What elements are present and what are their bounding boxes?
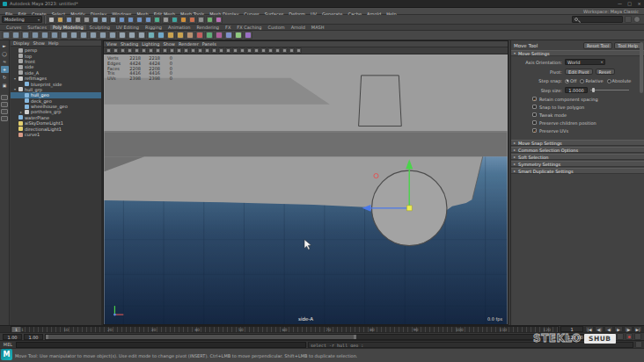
- use-default-material-icon[interactable]: [282, 47, 288, 54]
- current-frame-field[interactable]: 1: [560, 326, 583, 332]
- rotate-tool[interactable]: ↻: [1, 74, 9, 81]
- expand-arrow-icon[interactable]: ▾: [13, 76, 17, 81]
- radio-icon[interactable]: [607, 79, 611, 83]
- scale-tool[interactable]: ▣: [1, 82, 9, 89]
- shelf-tab-fx-caching[interactable]: FX Caching: [234, 25, 264, 30]
- multi-cut-icon[interactable]: [195, 31, 204, 40]
- single-pane-layout[interactable]: [1, 95, 8, 100]
- step-forward-button[interactable]: |▶: [624, 326, 633, 332]
- target-weld-icon[interactable]: [215, 31, 223, 40]
- radio-icon[interactable]: [565, 79, 569, 83]
- resolution-gate-icon[interactable]: [169, 47, 175, 54]
- shelf-tab-arnold[interactable]: Arnold: [289, 25, 308, 30]
- select-tool[interactable]: ►: [1, 42, 9, 49]
- safe-action-icon[interactable]: [190, 47, 196, 54]
- film-gate-icon[interactable]: [162, 47, 168, 54]
- shelf-tab-custom[interactable]: Custom: [265, 25, 287, 30]
- snap-to-point-icon[interactable]: [135, 16, 143, 24]
- deckhouse-shape[interactable]: [359, 76, 402, 127]
- polygon-pipe-icon[interactable]: [99, 31, 107, 40]
- bevel-icon[interactable]: [176, 31, 185, 40]
- shelf-tab-fx[interactable]: FX: [223, 25, 233, 30]
- section-soft-selection[interactable]: ▸Soft Selection: [511, 154, 644, 160]
- xray-mode-icon[interactable]: [289, 47, 295, 54]
- select-by-object-icon[interactable]: [100, 16, 108, 24]
- polygon-prism-icon[interactable]: [89, 31, 98, 40]
- boolean-icon[interactable]: [244, 31, 252, 40]
- shelf-tab-rigging[interactable]: Rigging: [143, 25, 165, 30]
- go-to-start-button[interactable]: |◀: [585, 326, 594, 332]
- section-move-settings[interactable]: ▾ Move Settings: [511, 50, 644, 56]
- expand-arrow-icon[interactable]: ▸: [19, 110, 23, 114]
- lasso-tool[interactable]: ◯: [1, 50, 9, 57]
- viewport-menu-lighting[interactable]: Lighting: [142, 41, 159, 47]
- script-editor-icon[interactable]: [635, 341, 642, 348]
- minimize-button[interactable]: —: [615, 0, 625, 8]
- gate-mask-icon[interactable]: [176, 47, 182, 54]
- outliner-menu-display[interactable]: Display: [13, 40, 29, 46]
- frame-selection-icon[interactable]: [211, 47, 217, 54]
- scene-svg[interactable]: [104, 54, 508, 324]
- viewport-menu-show[interactable]: Show: [163, 41, 175, 47]
- maximize-button[interactable]: □: [625, 0, 634, 8]
- move-tool[interactable]: +: [1, 66, 9, 73]
- super-ellipse-icon[interactable]: [137, 31, 146, 40]
- play-backwards-button[interactable]: ◀: [604, 326, 613, 332]
- bookmark-view-icon[interactable]: [127, 47, 133, 54]
- sweep-mesh-icon[interactable]: [157, 31, 165, 40]
- current-frame-marker[interactable]: 1: [12, 327, 20, 332]
- shelf-tab-sculpting[interactable]: Sculpting: [87, 25, 113, 30]
- new-scene-icon[interactable]: [48, 16, 55, 24]
- reset-pivot-button[interactable]: Reset: [596, 69, 615, 75]
- persp-outliner-layout[interactable]: [1, 109, 8, 114]
- mel-command-input[interactable]: [16, 342, 306, 348]
- playback-end-field[interactable]: 120.00: [566, 334, 585, 340]
- polygon-cone-icon[interactable]: [31, 31, 40, 40]
- go-to-end-button[interactable]: ▶|: [633, 326, 642, 332]
- isolate-select-icon[interactable]: [296, 47, 302, 54]
- hypershade-persp-layout[interactable]: [1, 116, 8, 121]
- hypershade-icon[interactable]: [206, 16, 214, 24]
- extrude-icon[interactable]: [166, 31, 175, 40]
- outliner-item-curve1[interactable]: curve1: [11, 132, 101, 137]
- step-snap-option-off[interactable]: Off: [565, 78, 576, 83]
- tool-help-button[interactable]: Tool Help: [614, 42, 641, 49]
- shelf-tab-surfaces[interactable]: Surfaces: [25, 25, 49, 30]
- motion-blur-icon[interactable]: [239, 47, 245, 54]
- smooth-shade-mode-icon[interactable]: [267, 47, 274, 54]
- polygon-sphere-icon[interactable]: [2, 31, 11, 40]
- shadows-toggle-icon[interactable]: [225, 47, 231, 54]
- step-back-button[interactable]: ◀|: [595, 326, 604, 332]
- multisample-aa-icon[interactable]: [246, 47, 252, 54]
- shelf-tab-rendering[interactable]: Rendering: [194, 25, 223, 30]
- soccer-ball-icon[interactable]: [128, 31, 136, 40]
- radio-icon[interactable]: [580, 79, 584, 83]
- textured-mode-icon[interactable]: [274, 47, 281, 54]
- type-text-icon[interactable]: [147, 31, 156, 40]
- polygon-cylinder-icon[interactable]: [21, 31, 30, 40]
- reset-tool-button[interactable]: Reset Tool: [583, 42, 612, 49]
- auto-keyframe-toggle[interactable]: [626, 333, 633, 340]
- outliner-menu-help[interactable]: Help: [48, 40, 58, 46]
- polygon-cube-icon[interactable]: [11, 31, 20, 40]
- viewport-menu-renderer[interactable]: Renderer: [179, 41, 199, 47]
- history-icon[interactable]: [625, 16, 632, 23]
- account-icon[interactable]: [633, 16, 640, 23]
- mirror-icon[interactable]: [224, 31, 233, 40]
- redo-icon[interactable]: [83, 16, 91, 24]
- shelf-tab-uv-editing[interactable]: UV Editing: [113, 25, 142, 30]
- image-plane-icon[interactable]: [134, 47, 140, 54]
- viewport-menu-shading[interactable]: Shading: [121, 41, 138, 47]
- frame-all-icon[interactable]: [204, 47, 210, 54]
- construction-history-icon[interactable]: [162, 16, 170, 24]
- undo-icon[interactable]: [74, 16, 82, 24]
- step-snap-option-relative[interactable]: Relative: [580, 78, 603, 83]
- animation-end-field[interactable]: 200.00: [587, 334, 606, 340]
- outliner-menu-show[interactable]: Show: [33, 40, 45, 46]
- shelf-tab-mash[interactable]: MASH: [309, 25, 327, 30]
- command-line-mode[interactable]: MEL: [2, 342, 14, 347]
- safe-title-icon[interactable]: [197, 47, 203, 54]
- viewport-menu-panels[interactable]: Panels: [202, 41, 216, 47]
- polygon-torus-icon[interactable]: [40, 31, 49, 40]
- loop-toggle-icon[interactable]: [608, 333, 615, 340]
